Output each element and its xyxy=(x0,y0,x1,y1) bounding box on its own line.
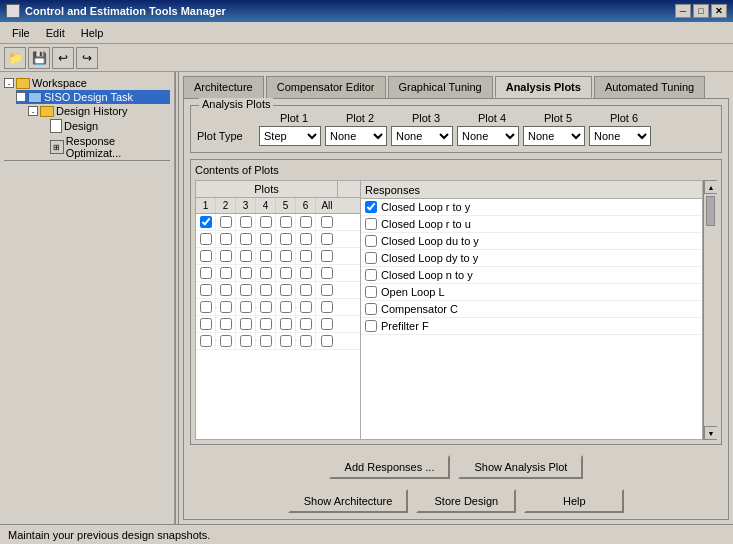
expand-workspace[interactable]: - xyxy=(4,78,14,88)
expand-history[interactable]: - xyxy=(28,106,38,116)
tree-design[interactable]: Design xyxy=(40,118,170,134)
checkbox-row6-col6[interactable] xyxy=(300,318,312,330)
checkbox-row4-col3[interactable] xyxy=(240,284,252,296)
tab-automated-tuning[interactable]: Automated Tuning xyxy=(594,76,705,98)
maximize-button[interactable]: □ xyxy=(693,4,709,18)
open-button[interactable]: 📁 xyxy=(4,47,26,69)
response-checkbox-4[interactable] xyxy=(365,269,377,281)
show-architecture-button[interactable]: Show Architecture xyxy=(288,489,409,513)
checkbox-row3-col1[interactable] xyxy=(200,267,212,279)
checkbox-row7-col4[interactable] xyxy=(260,335,272,347)
checkbox-row2-col2[interactable] xyxy=(220,250,232,262)
checkbox-row0-col5[interactable] xyxy=(280,216,292,228)
checkbox-row4-col2[interactable] xyxy=(220,284,232,296)
redo-button[interactable]: ↪ xyxy=(76,47,98,69)
response-checkbox-5[interactable] xyxy=(365,286,377,298)
tree-design-history[interactable]: - Design History xyxy=(28,104,170,118)
checkbox-row1-col1[interactable] xyxy=(200,233,212,245)
checkbox-row1-all[interactable] xyxy=(321,233,333,245)
menu-help[interactable]: Help xyxy=(73,25,112,41)
checkbox-row5-col3[interactable] xyxy=(240,301,252,313)
checkbox-row6-col4[interactable] xyxy=(260,318,272,330)
checkbox-row3-all[interactable] xyxy=(321,267,333,279)
checkbox-row5-col6[interactable] xyxy=(300,301,312,313)
plot-select-2[interactable]: NoneStepImpulseBode xyxy=(325,126,387,146)
checkbox-row4-col1[interactable] xyxy=(200,284,212,296)
checkbox-row2-col1[interactable] xyxy=(200,250,212,262)
menu-file[interactable]: File xyxy=(4,25,38,41)
show-analysis-plot-button[interactable]: Show Analysis Plot xyxy=(458,455,583,479)
plot-select-3[interactable]: NoneStepImpulseBode xyxy=(391,126,453,146)
checkbox-row1-col2[interactable] xyxy=(220,233,232,245)
store-design-button[interactable]: Store Design xyxy=(416,489,516,513)
checkbox-row7-col2[interactable] xyxy=(220,335,232,347)
checkbox-row5-all[interactable] xyxy=(321,301,333,313)
tree-workspace[interactable]: - Workspace xyxy=(4,76,170,90)
vertical-scrollbar[interactable]: ▲ ▼ xyxy=(703,180,717,440)
checkbox-row3-col4[interactable] xyxy=(260,267,272,279)
checkbox-row0-col6[interactable] xyxy=(300,216,312,228)
checkbox-row7-col6[interactable] xyxy=(300,335,312,347)
checkbox-row7-col1[interactable] xyxy=(200,335,212,347)
checkbox-row4-all[interactable] xyxy=(321,284,333,296)
checkbox-row5-col5[interactable] xyxy=(280,301,292,313)
checkbox-row4-col4[interactable] xyxy=(260,284,272,296)
scroll-up-button[interactable]: ▲ xyxy=(704,180,717,194)
checkbox-row2-col3[interactable] xyxy=(240,250,252,262)
checkbox-row6-col1[interactable] xyxy=(200,318,212,330)
menu-edit[interactable]: Edit xyxy=(38,25,73,41)
checkbox-row7-all[interactable] xyxy=(321,335,333,347)
response-checkbox-1[interactable] xyxy=(365,218,377,230)
checkbox-row6-col2[interactable] xyxy=(220,318,232,330)
plot-select-6[interactable]: NoneStepImpulseBode xyxy=(589,126,651,146)
checkbox-row7-col5[interactable] xyxy=(280,335,292,347)
checkbox-row4-col6[interactable] xyxy=(300,284,312,296)
checkbox-row3-col5[interactable] xyxy=(280,267,292,279)
minimize-button[interactable]: ─ xyxy=(675,4,691,18)
tab-compensator-editor[interactable]: Compensator Editor xyxy=(266,76,386,98)
checkbox-row1-col6[interactable] xyxy=(300,233,312,245)
close-button[interactable]: ✕ xyxy=(711,4,727,18)
checkbox-row6-col3[interactable] xyxy=(240,318,252,330)
checkbox-row2-all[interactable] xyxy=(321,250,333,262)
checkbox-row3-col6[interactable] xyxy=(300,267,312,279)
tree-response-optim[interactable]: ⊞ Response Optimizat... xyxy=(40,134,170,160)
undo-button[interactable]: ↩ xyxy=(52,47,74,69)
expand-siso[interactable]: - xyxy=(16,92,26,102)
add-responses-button[interactable]: Add Responses ... xyxy=(329,455,451,479)
response-checkbox-3[interactable] xyxy=(365,252,377,264)
response-checkbox-7[interactable] xyxy=(365,320,377,332)
checkbox-row5-col1[interactable] xyxy=(200,301,212,313)
checkbox-row2-col4[interactable] xyxy=(260,250,272,262)
tree-siso-design-task[interactable]: - SISO Design Task xyxy=(16,90,170,104)
checkbox-row5-col2[interactable] xyxy=(220,301,232,313)
checkbox-row2-col6[interactable] xyxy=(300,250,312,262)
scroll-thumb[interactable] xyxy=(706,196,715,226)
checkbox-row6-all[interactable] xyxy=(321,318,333,330)
plot-select-4[interactable]: NoneStepImpulseBode xyxy=(457,126,519,146)
response-checkbox-6[interactable] xyxy=(365,303,377,315)
checkbox-row3-col3[interactable] xyxy=(240,267,252,279)
response-checkbox-2[interactable] xyxy=(365,235,377,247)
checkbox-row0-col2[interactable] xyxy=(220,216,232,228)
checkbox-row3-col2[interactable] xyxy=(220,267,232,279)
checkbox-row0-all[interactable] xyxy=(321,216,333,228)
checkbox-row1-col3[interactable] xyxy=(240,233,252,245)
checkbox-row0-col1[interactable] xyxy=(200,216,212,228)
checkbox-row6-col5[interactable] xyxy=(280,318,292,330)
scroll-down-button[interactable]: ▼ xyxy=(704,426,717,440)
save-button[interactable]: 💾 xyxy=(28,47,50,69)
response-checkbox-0[interactable] xyxy=(365,201,377,213)
checkbox-row5-col4[interactable] xyxy=(260,301,272,313)
tab-architecture[interactable]: Architecture xyxy=(183,76,264,98)
checkbox-row1-col5[interactable] xyxy=(280,233,292,245)
help-button[interactable]: Help xyxy=(524,489,624,513)
checkbox-row0-col4[interactable] xyxy=(260,216,272,228)
checkbox-row0-col3[interactable] xyxy=(240,216,252,228)
left-panel-hscroll[interactable] xyxy=(4,160,170,174)
checkbox-row4-col5[interactable] xyxy=(280,284,292,296)
tab-graphical-tuning[interactable]: Graphical Tuning xyxy=(388,76,493,98)
checkbox-row2-col5[interactable] xyxy=(280,250,292,262)
checkbox-row7-col3[interactable] xyxy=(240,335,252,347)
plot-select-5[interactable]: NoneStepImpulseBode xyxy=(523,126,585,146)
